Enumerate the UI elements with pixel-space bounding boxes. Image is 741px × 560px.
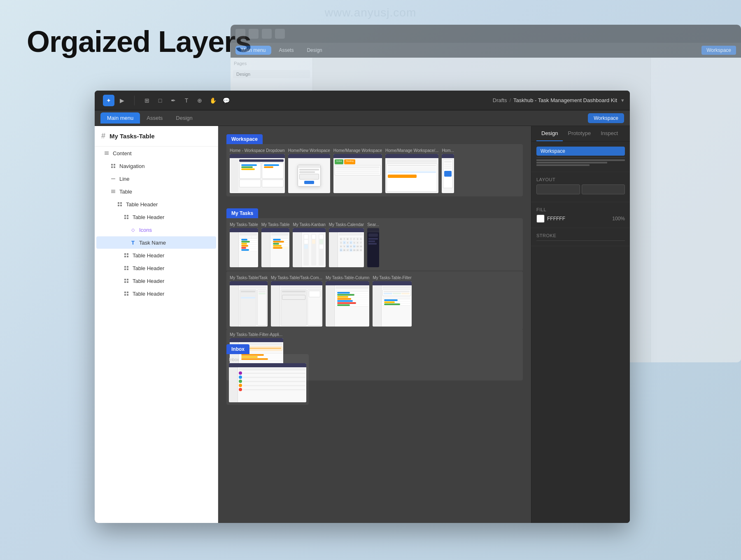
task-name-icon: T (129, 239, 137, 246)
svg-rect-21 (124, 256, 126, 257)
my-tasks-row1: My Tasks-Table (226, 218, 523, 271)
tab-design[interactable]: Design (169, 112, 199, 124)
frame-my-tasks-kanban[interactable]: My Tasks-Kanban (293, 222, 325, 267)
svg-rect-7 (111, 179, 115, 180)
svg-rect-23 (124, 266, 126, 268)
svg-rect-15 (124, 215, 126, 217)
frame-mt8-name: My Tasks-Table-Column (326, 275, 370, 281)
pen-tool[interactable]: ✒ (168, 95, 179, 106)
table-label: Table (119, 189, 132, 195)
component-tool[interactable]: ⊕ (194, 95, 205, 106)
frame-ws4-name: Home/Manage Workspace/... (385, 147, 438, 154)
right-workspace-section: Workspace (531, 142, 630, 172)
frame-mt7-name: My Tasks-Table/Task-Com... (271, 275, 322, 281)
layer-item-line[interactable]: Line (96, 173, 216, 185)
workspace-label: Workspace (226, 134, 263, 144)
frame-my-tasks-table-1[interactable]: My Tasks-Table (230, 222, 258, 267)
content-icon (103, 149, 110, 157)
svg-rect-0 (105, 152, 109, 152)
table-header-5-label: Table Header (133, 278, 164, 284)
svg-rect-19 (124, 253, 126, 255)
svg-rect-31 (124, 292, 126, 293)
layer-item-task-name[interactable]: T Task Name (96, 236, 216, 249)
frame-ws2-name: Home/New Workspace (288, 147, 330, 154)
breadcrumb-project: Taskhub - Task Management Dashboard Kit (513, 97, 617, 103)
frame-workspace-dropdown[interactable]: Home - Workspace Dropdown (230, 147, 285, 193)
text-tool[interactable]: T (181, 95, 192, 106)
frame-mt6-thumb (230, 281, 268, 327)
content-area: # My Tasks-Table Content Navigation (95, 126, 630, 523)
svg-rect-25 (124, 268, 126, 270)
table-header-5-icon (123, 277, 130, 285)
svg-rect-30 (127, 281, 128, 283)
frame-manage-workspace-2[interactable]: Home/Manage Workspace/... (385, 147, 438, 193)
layer-item-navigation[interactable]: Navigation (96, 160, 216, 172)
frame-mt4-thumb: MTWTFSS 1234567 891011121314 15161718192… (329, 228, 364, 267)
frame-tasks-table-column[interactable]: My Tasks-Table-Column (326, 275, 370, 327)
right-panel: Design Prototype Inspect Workspace Layou… (531, 126, 630, 523)
frame-new-workspace[interactable]: Home/New Workspace (288, 147, 330, 193)
svg-rect-8 (111, 190, 115, 191)
frame-mt3-name: My Tasks-Kanban (293, 222, 325, 228)
icons-icon: ◇ (129, 226, 137, 233)
frame-mt3-thumb (293, 228, 325, 267)
workspace-button[interactable]: Workspace (588, 113, 624, 123)
frame-mt10-name: My Tasks-Table-Filter-Appli... (230, 331, 283, 338)
inbox-section: Inbox Inbox (226, 344, 309, 405)
layer-item-table-header-1[interactable]: Table Header (96, 198, 216, 210)
svg-rect-13 (118, 205, 119, 206)
frame-ws3-thumb: Active Pending (333, 154, 382, 193)
shape-tool[interactable]: □ (154, 95, 166, 106)
table-header-6-icon (123, 290, 130, 297)
tab-assets[interactable]: Assets (140, 112, 169, 124)
svg-rect-34 (127, 294, 128, 296)
layers-header: # My Tasks-Table (95, 126, 218, 147)
table-header-2-label: Table Header (133, 214, 164, 220)
layer-item-icons[interactable]: ◇ Icons (96, 224, 216, 236)
frame-ws1-thumb (230, 154, 285, 193)
breadcrumb-dropdown-icon[interactable]: ▾ (621, 97, 624, 103)
svg-rect-20 (127, 253, 128, 255)
frame-tasks-table-task-com[interactable]: My Tasks-Table/Task-Com... (271, 275, 322, 327)
frame-my-tasks-table-2[interactable]: My Tasks-Table (261, 222, 290, 267)
layer-item-content[interactable]: Content (96, 147, 216, 159)
svg-rect-18 (127, 217, 128, 219)
task-name-label: Task Name (139, 240, 166, 246)
layer-item-table-header-5[interactable]: Table Header (96, 275, 216, 287)
figma-main-window: ✦ ▶ ⊞ □ ✒ T ⊕ ✋ 💬 Drafts / Taskhub - Tas… (95, 91, 630, 523)
right-tab-prototype[interactable]: Prototype (563, 126, 596, 141)
layer-item-table[interactable]: Table (96, 185, 216, 198)
move-tool[interactable]: ▶ (116, 95, 128, 106)
frame-search[interactable]: Sear... (367, 222, 379, 267)
right-tab-design[interactable]: Design (536, 126, 563, 141)
my-tasks-label: My Tasks (226, 208, 258, 218)
frame-tasks-table-task[interactable]: My Tasks-Table/Task (230, 275, 268, 327)
svg-rect-17 (124, 217, 126, 219)
layer-item-table-header-2[interactable]: Table Header (96, 211, 216, 223)
frame-manage-workspace[interactable]: Home/Manage Workspace Active Pending (333, 147, 382, 193)
layer-item-table-header-4[interactable]: Table Header (96, 262, 216, 274)
svg-rect-6 (114, 166, 115, 168)
frame-inbox-1[interactable]: Inbox (229, 357, 306, 402)
layer-item-table-header-3[interactable]: Table Header (96, 249, 216, 261)
frame-mt5-thumb (367, 228, 379, 267)
svg-rect-5 (111, 166, 113, 168)
right-panel-tabs: Design Prototype Inspect (531, 126, 630, 142)
frame-my-tasks-calendar[interactable]: My Tasks-Calendar MTWTFSS 1234567 (329, 222, 364, 267)
table-header-1-icon (116, 201, 124, 208)
frame-tool[interactable]: ⊞ (141, 95, 153, 106)
frame-tasks-table-filter[interactable]: My Tasks-Table-Filter (373, 275, 411, 327)
tab-main-menu[interactable]: Main menu (100, 112, 140, 124)
svg-rect-3 (111, 164, 113, 166)
line-icon (110, 175, 117, 182)
figma-icon[interactable]: ✦ (103, 95, 114, 106)
right-tab-inspect[interactable]: Inspect (596, 126, 623, 141)
hand-tool[interactable]: ✋ (207, 95, 219, 106)
frame-ws1-name: Home - Workspace Dropdown (230, 147, 285, 154)
panel-tabs: Main menu Assets Design Workspace (95, 110, 630, 126)
layer-item-table-header-6[interactable]: Table Header (96, 287, 216, 300)
frame-home-5[interactable]: Hom... (442, 147, 454, 193)
right-fill-section: Fill FFFFFF 100% (531, 202, 630, 228)
right-layout-section: Layout (531, 172, 630, 202)
comment-tool[interactable]: 💬 (220, 95, 232, 106)
